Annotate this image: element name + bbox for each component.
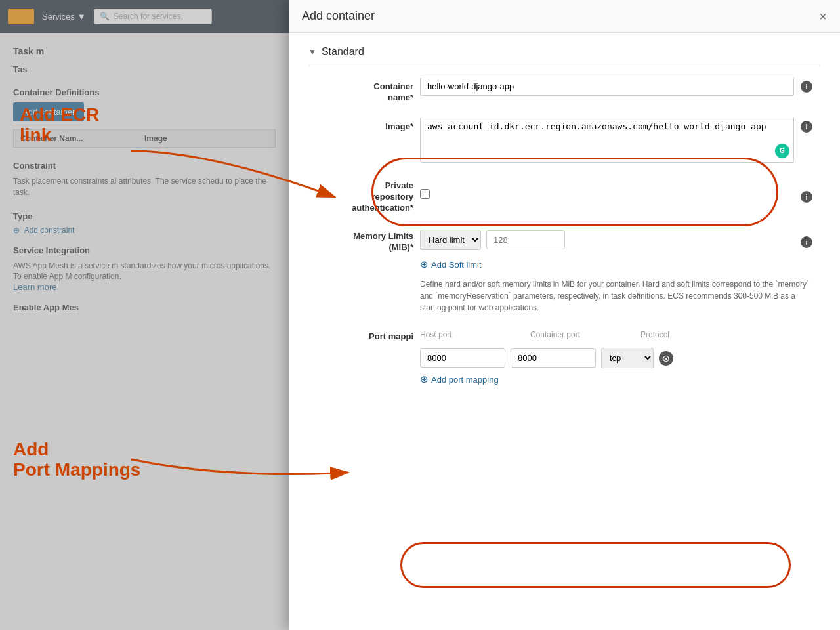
add-soft-limit-row: ⊕ Add Soft limit	[420, 259, 820, 270]
memory-help-text: Define hard and/or soft memory limits in…	[420, 278, 820, 314]
standard-section-header: ▼ Standard	[308, 46, 820, 66]
add-soft-limit-label: Add Soft limit	[431, 260, 482, 270]
image-label: Image*	[308, 117, 413, 133]
modal-title: Add container	[302, 9, 375, 23]
image-row: Image* G i	[308, 117, 820, 163]
plus-circle-icon: ⊕	[420, 259, 429, 270]
add-port-mapping-row: ⊕ Add port mapping	[420, 373, 820, 385]
container-name-info-icon[interactable]: i	[801, 81, 812, 93]
container-port-col-label: Container port	[530, 330, 635, 339]
plus-circle-port-icon: ⊕	[420, 373, 429, 385]
modal-header: Add container ×	[289, 0, 840, 33]
host-port-input[interactable]	[420, 348, 505, 368]
memory-info-icon[interactable]: i	[801, 236, 812, 248]
protocol-col-label: Protocol	[640, 330, 706, 339]
memory-type-select[interactable]: Hard limit	[420, 230, 481, 250]
image-field-wrapper: G	[420, 117, 794, 163]
add-port-mapping-link[interactable]: ⊕ Add port mapping	[420, 373, 820, 385]
add-container-modal: Add container × ▼ Standard Containername…	[289, 0, 840, 630]
private-repo-row: Privaterepositoryauthentication* i	[308, 176, 820, 214]
image-input[interactable]	[427, 121, 787, 154]
modal-close-button[interactable]: ×	[819, 10, 827, 23]
grammarly-icon: G	[775, 144, 789, 158]
memory-limits-label: Memory Limits(MiB)*	[308, 226, 413, 253]
protocol-select[interactable]: tcp udp	[601, 348, 654, 368]
private-repo-info-icon[interactable]: i	[801, 191, 812, 203]
container-port-input[interactable]	[511, 348, 596, 368]
memory-value-input[interactable]	[486, 230, 565, 249]
memory-controls: Hard limit	[420, 230, 794, 250]
port-mapping-row: tcp udp ⊗	[420, 348, 820, 368]
section-collapse-icon: ▼	[308, 47, 316, 56]
dim-overlay	[0, 0, 289, 630]
port-mappings-section: Port mappi Host port Container port Prot…	[308, 327, 820, 385]
port-mapping-label: Port mappi	[308, 327, 413, 343]
container-name-input[interactable]	[420, 77, 794, 96]
add-soft-limit-link[interactable]: ⊕ Add Soft limit	[420, 259, 820, 270]
private-repo-checkbox[interactable]	[420, 189, 430, 199]
standard-section-title: Standard	[322, 46, 364, 58]
host-port-col-label: Host port	[420, 330, 525, 339]
modal-body: ▼ Standard Containername* i Image* G i P…	[289, 33, 840, 398]
private-repo-label: Privaterepositoryauthentication*	[308, 176, 413, 214]
container-name-row: Containername* i	[308, 77, 820, 104]
container-name-label: Containername*	[308, 77, 413, 104]
add-port-mapping-label: Add port mapping	[431, 375, 499, 385]
remove-port-button[interactable]: ⊗	[659, 351, 673, 366]
image-info-icon[interactable]: i	[801, 121, 812, 133]
memory-limits-row: Memory Limits(MiB)* Hard limit i	[308, 226, 820, 253]
